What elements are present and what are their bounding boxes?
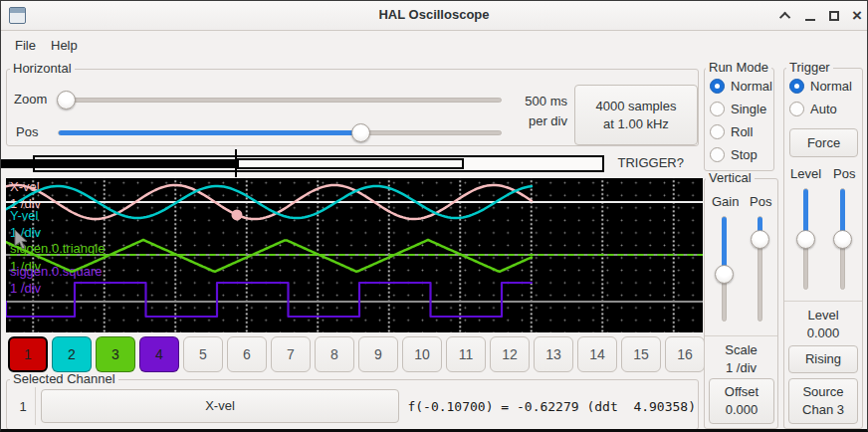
trigger-group (783, 68, 863, 429)
channel-button-10[interactable]: 10 (402, 336, 442, 372)
run-mode-group-label: Run Mode (706, 61, 771, 75)
radio-icon (789, 102, 804, 116)
maximize-icon (829, 11, 839, 21)
scale-value: 1 /div (705, 360, 777, 375)
record-view-bar (237, 158, 464, 169)
trigger-options: NormalAuto (789, 79, 852, 116)
trigger-level-slider[interactable] (803, 188, 808, 290)
channel-source-button[interactable]: X-vel (41, 389, 399, 423)
scope-display[interactable]: X-vel1 /divY-vel1 /divsiggen.0.triangle1… (6, 178, 703, 332)
titlebar: HAL Oscilloscope × (1, 1, 867, 31)
radio-label: Single (731, 102, 766, 116)
force-trigger-button[interactable]: Force (789, 128, 858, 157)
trigger-level-value: 0.000 (784, 325, 862, 340)
channel-button-4[interactable]: 4 (139, 336, 179, 372)
radio-icon (710, 79, 725, 94)
channel-source-label: X-vel (205, 397, 235, 415)
trigger-level-col-label: Level (790, 166, 821, 181)
gain-col-label: Gain (712, 194, 739, 209)
samples-line1: 4000 samples (596, 98, 677, 115)
trigger-edge-label: Rising (805, 350, 841, 368)
channel-button-3[interactable]: 3 (96, 336, 135, 372)
pos-slider-label: Pos (16, 124, 38, 139)
channel-button-5[interactable]: 5 (183, 336, 223, 372)
timebase-value: 500 ms (504, 94, 567, 108)
window-title: HAL Oscilloscope (1, 7, 867, 22)
channel-button-13[interactable]: 13 (534, 336, 573, 372)
close-icon: × (852, 7, 862, 24)
channel-button-15[interactable]: 15 (621, 336, 661, 372)
menu-file[interactable]: File (9, 36, 42, 55)
channel-button-8[interactable]: 8 (315, 336, 354, 372)
trigger-level-caption: Level (784, 308, 862, 323)
scope-traces (6, 178, 703, 332)
run-mode-stop[interactable]: Stop (710, 147, 772, 162)
channel-button-16[interactable]: 16 (665, 336, 705, 372)
menu-help[interactable]: Help (45, 36, 84, 55)
horizontal-group-label: Horizontal (10, 62, 75, 76)
radio-icon (789, 79, 804, 94)
trigger-question-label: TRIGGER? (612, 155, 684, 170)
radio-label: Normal (810, 79, 852, 94)
chevron-up-icon (779, 11, 790, 22)
channel-button-7[interactable]: 7 (271, 336, 311, 372)
trigger-source-line2: Chan 3 (802, 401, 844, 419)
divider (705, 335, 777, 336)
channel-button-2[interactable]: 2 (52, 336, 92, 372)
timebase-unit: per div (504, 113, 567, 128)
radio-icon (710, 147, 725, 162)
horizontal-pos-slider[interactable] (58, 130, 502, 135)
trigger-group-label: Trigger (786, 61, 833, 75)
zoom-slider-label: Zoom (14, 92, 47, 107)
samples-line2: at 1.00 kHz (603, 115, 669, 133)
radio-label: Normal (731, 79, 772, 94)
slider-handle[interactable] (796, 230, 815, 249)
channel-button-1[interactable]: 1 (8, 336, 48, 372)
selected-channel-group-label: Selected Channel (10, 372, 118, 386)
trigger-source-button[interactable]: Source Chan 3 (788, 378, 858, 424)
selected-channel-number: 1 (15, 399, 31, 414)
force-trigger-label: Force (807, 134, 840, 152)
maximize-button[interactable] (824, 5, 844, 26)
trigger-mode-normal[interactable]: Normal (789, 79, 852, 94)
channel-button-12[interactable]: 12 (490, 336, 530, 372)
slider-handle[interactable] (833, 230, 852, 249)
radio-icon (710, 102, 725, 116)
channel-button-row: 12345678910111213141516 (8, 336, 705, 372)
minimize-button[interactable] (800, 5, 820, 26)
offset-button[interactable]: Offset 0.000 (709, 378, 774, 424)
trigger-source-line1: Source (802, 383, 843, 401)
vertical-pos-col-label: Pos (750, 194, 771, 209)
trigger-pos-col-label: Pos (833, 166, 855, 181)
radio-label: Roll (731, 124, 753, 139)
trigger-pos-slider[interactable] (840, 188, 845, 290)
record-cursor[interactable] (235, 149, 237, 177)
channel-button-6[interactable]: 6 (227, 336, 267, 372)
close-button[interactable]: × (847, 5, 867, 26)
divider (35, 387, 36, 425)
radio-label: Stop (731, 147, 758, 162)
run-mode-single[interactable]: Single (710, 102, 772, 116)
horizontal-zoom-slider[interactable] (58, 98, 502, 103)
samples-button[interactable]: 4000 samples at 1.00 kHz (574, 85, 698, 145)
channel-button-11[interactable]: 11 (446, 336, 486, 372)
vertical-pos-slider[interactable] (758, 216, 762, 322)
channel-button-14[interactable]: 14 (577, 336, 617, 372)
radio-icon (710, 124, 725, 139)
run-mode-roll[interactable]: Roll (710, 124, 772, 139)
scale-caption: Scale (705, 342, 777, 357)
vertical-gain-slider[interactable] (722, 216, 727, 322)
minimize-icon (805, 19, 815, 21)
run-mode-options: NormalSingleRollStop (710, 79, 772, 162)
slider-handle[interactable] (57, 91, 76, 109)
trigger-mode-auto[interactable]: Auto (789, 102, 852, 116)
run-mode-normal[interactable]: Normal (710, 79, 772, 94)
channel-button-9[interactable]: 9 (358, 336, 398, 372)
menubar: File Help (1, 32, 867, 57)
trigger-edge-button[interactable]: Rising (788, 345, 858, 373)
radio-label: Auto (810, 102, 837, 116)
divider (784, 301, 862, 302)
trace-marker-dot (232, 209, 243, 220)
shade-button[interactable] (776, 5, 796, 26)
offset-value: 0.000 (726, 401, 759, 419)
